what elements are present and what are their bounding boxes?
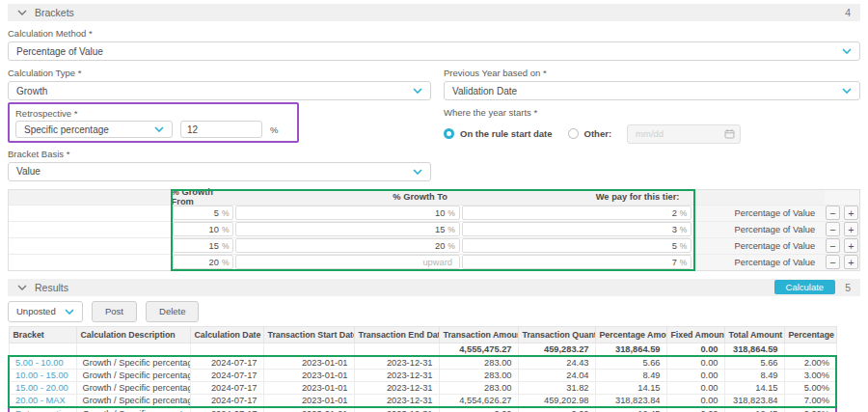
- percent-suffix: %: [448, 225, 455, 234]
- pay-tier-column-header: We pay for this tier:: [461, 190, 692, 205]
- growth-to-input[interactable]: 15%: [235, 222, 459, 236]
- results-purple-highlight-group: RetrospectiveGrowth / Specific percentag…: [9, 407, 836, 412]
- calculate-button[interactable]: Calculate: [774, 280, 836, 294]
- results-totals-cell: [76, 343, 190, 356]
- bracket-link[interactable]: 20.00 - MAX: [9, 394, 76, 407]
- tier-row: 5% 10% 2% Percentage of Value − +: [9, 205, 859, 221]
- results-row: 10.00 - 15.00Growth / Specific percentag…: [9, 369, 836, 381]
- calculation-type-select[interactable]: Growth: [8, 81, 431, 100]
- results-cell: 0.00: [666, 381, 724, 394]
- percent-suffix: %: [680, 208, 688, 218]
- tier-row-spacer: [9, 238, 172, 254]
- growth-from-value: 20: [209, 258, 219, 267]
- results-totals-row: 4,555,475.27459,283.27318,864.590.00318,…: [9, 343, 836, 356]
- results-cell: Growth / Specific percentage: [76, 356, 190, 370]
- results-cell: 2024-07-17: [190, 407, 263, 412]
- growth-from-input[interactable]: 15%: [173, 238, 234, 253]
- growth-from-column-header: % Growth From: [172, 190, 235, 205]
- tier-row-spacer: [9, 206, 172, 221]
- tier-method-header: [692, 190, 825, 205]
- tier-rows: 5% 10% 2% Percentage of Value − + 10% 15…: [9, 205, 859, 270]
- growth-to-value: upward: [422, 258, 452, 267]
- results-cell: 2023-12-31: [354, 394, 439, 407]
- results-cell: 2023-12-31: [354, 381, 439, 394]
- page: Brackets 4 Calculation Method * Percenta…: [0, 0, 868, 412]
- bracket-link[interactable]: 15.00 - 20.00: [9, 381, 76, 394]
- results-column-header: Percentage Amount: [595, 326, 666, 343]
- other-option-label: Other:: [584, 128, 612, 139]
- results-row: 15.00 - 20.00Growth / Specific percentag…: [9, 381, 836, 394]
- percent-suffix: %: [222, 241, 230, 251]
- results-cell: 2024-07-17: [190, 356, 263, 370]
- add-tier-button[interactable]: +: [844, 206, 858, 220]
- tier-pay-value: 2: [672, 208, 677, 218]
- results-cell: 14.15: [724, 381, 784, 394]
- results-cell: 2023-01-01: [263, 394, 354, 407]
- tier-method-label: Percentage of Value: [735, 241, 816, 251]
- growth-from-input[interactable]: 20%: [173, 255, 234, 269]
- remove-tier-button[interactable]: −: [826, 238, 840, 253]
- tier-method-label: Percentage of Value: [735, 208, 816, 218]
- tier-pay-input[interactable]: 2%: [462, 206, 692, 220]
- tier-row: 10% 15% 3% Percentage of Value − +: [9, 221, 859, 237]
- tier-method-label: Percentage of Value: [735, 258, 816, 267]
- results-cell: 318,823.84: [724, 394, 784, 407]
- bracket-basis-select[interactable]: Value: [8, 162, 431, 181]
- other-date-radio[interactable]: [568, 128, 579, 139]
- results-column-header: Transaction Start Date: [263, 326, 354, 343]
- growth-to-column-header: % Growth To: [234, 190, 460, 205]
- results-cell: 318,823.84: [595, 394, 666, 407]
- bracket-link[interactable]: 10.00 - 15.00: [9, 369, 76, 381]
- delete-button[interactable]: Delete: [146, 301, 199, 322]
- tier-pay-input[interactable]: 3%: [462, 222, 692, 236]
- remove-tier-button[interactable]: −: [826, 255, 840, 269]
- tier-pay-input[interactable]: 5%: [462, 238, 692, 253]
- growth-from-input[interactable]: 10%: [173, 222, 234, 236]
- add-tier-button[interactable]: +: [844, 238, 858, 253]
- growth-from-input[interactable]: 5%: [173, 206, 234, 220]
- add-tier-button[interactable]: +: [844, 255, 858, 269]
- previous-year-value: Validation Date: [452, 86, 517, 96]
- remove-tier-button[interactable]: −: [826, 222, 840, 236]
- tier-row: 20% upward 7% Percentage of Value − +: [9, 254, 859, 270]
- bracket-basis-label: Bracket Basis *: [8, 149, 860, 159]
- post-button[interactable]: Post: [92, 301, 137, 322]
- results-cell: 8.49: [724, 369, 784, 381]
- results-row: 5.00 - 10.00Growth / Specific percentage…: [9, 356, 836, 370]
- results-cell: 2023-01-01: [263, 356, 354, 370]
- results-cell: 5.00%: [784, 381, 836, 394]
- calculation-method-select[interactable]: Percentage of Value: [8, 41, 860, 61]
- results-cell: 7.00%: [784, 394, 836, 407]
- remove-tier-button[interactable]: −: [826, 206, 840, 220]
- brackets-section-header[interactable]: Brackets 4: [8, 4, 860, 21]
- previous-year-select[interactable]: Validation Date: [444, 81, 860, 100]
- tier-header-row: % Growth From % Growth To We pay for thi…: [9, 190, 859, 205]
- status-filter-select[interactable]: Unposted: [8, 301, 83, 322]
- rule-start-date-radio[interactable]: [444, 128, 454, 139]
- results-cell: 2.00%: [784, 356, 836, 370]
- results-column-header: Total Amount: [724, 326, 784, 343]
- bracket-link[interactable]: Retrospective: [9, 407, 76, 412]
- growth-to-value: 10: [435, 208, 445, 218]
- tier-pay-input[interactable]: 7%: [462, 255, 692, 269]
- bracket-link[interactable]: 5.00 - 10.00: [9, 356, 76, 370]
- results-column-header: Percentage: [784, 326, 836, 343]
- percent-suffix: %: [222, 225, 230, 234]
- growth-to-input[interactable]: 10%: [235, 206, 459, 220]
- results-cell: Growth / Specific percentage: [76, 381, 190, 394]
- results-cell: 2023-12-31: [354, 356, 439, 370]
- retrospective-percentage-input[interactable]: [180, 121, 262, 138]
- status-filter-value: Unposted: [16, 306, 56, 316]
- retrospective-select[interactable]: Specific percentage: [15, 121, 173, 138]
- growth-to-input[interactable]: 20%: [235, 238, 459, 253]
- results-section-header[interactable]: Results Calculate 5: [8, 279, 860, 296]
- results-cell: 0.00: [666, 394, 724, 407]
- add-tier-button[interactable]: +: [844, 222, 858, 236]
- results-row: 20.00 - MAXGrowth / Specific percentage2…: [9, 394, 836, 407]
- retrospective-label: Retrospective *: [15, 108, 291, 119]
- growth-to-input[interactable]: upward: [235, 255, 459, 269]
- results-totals-cell: [9, 343, 76, 356]
- results-totals-cell: 318,864.59: [724, 343, 784, 356]
- results-cell: 4,554,626.27: [439, 394, 518, 407]
- chevron-down-icon: [65, 309, 74, 315]
